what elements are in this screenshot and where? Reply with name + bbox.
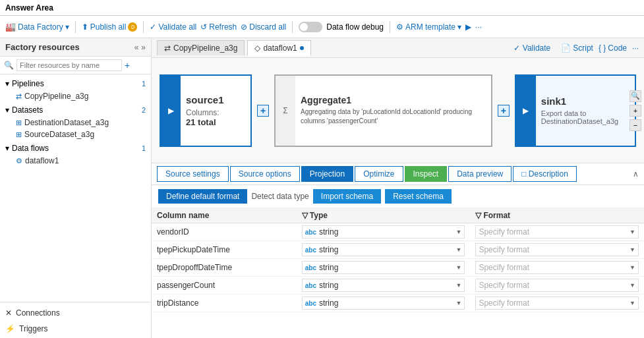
publish-badge: 0 (128, 22, 137, 32)
search-icon: 🔍 (4, 61, 14, 70)
cell-type[interactable]: abc string ▼ (297, 295, 471, 312)
tab-optimize[interactable]: Optimize (355, 166, 403, 182)
define-default-format-button[interactable]: Define default format (158, 189, 247, 204)
zoom-out-button[interactable]: − (629, 119, 641, 131)
add-source-button[interactable]: + (257, 105, 269, 117)
source1-node[interactable]: ▶ source1 Columns: 21 total (160, 74, 252, 147)
tab-copypipeline[interactable]: ⇄ CopyPipeline_a3g (157, 40, 245, 55)
connections-label: Connections (16, 308, 60, 318)
tab-source-settings[interactable]: Source settings (157, 166, 229, 182)
bottom-tabs: Source settings Source options Projectio… (152, 163, 644, 185)
type-value: string (319, 227, 338, 237)
cell-type[interactable]: abc string ▼ (297, 259, 471, 277)
sidebar-icons: « » (134, 43, 146, 52)
sidebar-collapse-icon[interactable]: « (134, 43, 139, 52)
type-dropdown[interactable]: abc string ▼ (302, 261, 465, 274)
type-dropdown[interactable]: abc string ▼ (302, 225, 465, 239)
add-resource-button[interactable]: + (125, 60, 130, 70)
source1-columns-label: Columns: (186, 108, 220, 117)
cell-format[interactable]: Specify format ▼ (470, 223, 644, 241)
debug-toggle[interactable] (299, 22, 322, 32)
more-button[interactable]: ··· (475, 22, 482, 32)
sidebar-content: ▾ Pipelines 1 ⇄ CopyPipeline_a3g ▾ Datas… (0, 74, 151, 302)
cell-format[interactable]: Specify format ▼ (470, 277, 644, 295)
tab-source-options[interactable]: Source options (230, 166, 300, 182)
cell-name: vendorID (152, 223, 297, 241)
format-value: Specify format (479, 245, 529, 254)
sidebar-bottom: ✕ Connections ⚡ Triggers (0, 302, 151, 338)
format-dropdown[interactable]: Specify format ▼ (475, 279, 639, 292)
format-dropdown[interactable]: Specify format ▼ (475, 225, 639, 239)
tab-projection[interactable]: Projection (301, 166, 353, 182)
sidebar-item-source-dataset[interactable]: ⊞ SourceDataset_a3g (0, 128, 151, 140)
script-button[interactable]: 📄 Script (561, 41, 593, 55)
dataflows-header[interactable]: ▾ Data flows 1 (0, 142, 151, 155)
detect-data-type-label[interactable]: Detect data type (251, 192, 308, 201)
refresh-button[interactable]: ↺ Refresh (200, 22, 237, 32)
data-factory-label: Data Factory (18, 22, 63, 32)
type-dropdown[interactable]: abc string ▼ (302, 243, 465, 256)
discard-button[interactable]: ⊘ Discard all (241, 22, 286, 32)
datasets-header[interactable]: ▾ Datasets 2 (0, 103, 151, 117)
validate-button[interactable]: ✓ Validate (508, 41, 556, 55)
triggers-item[interactable]: ⚡ Triggers (0, 321, 151, 337)
pipelines-header[interactable]: ▾ Pipelines 1 (0, 77, 151, 90)
source-dataset-label: SourceDataset_a3g (24, 130, 94, 139)
col-header-format: ▽ Format (470, 208, 644, 223)
tab-description[interactable]: □ Description (513, 166, 577, 182)
zoom-search-button[interactable]: 🔍 (629, 90, 641, 102)
source-icon: ▶ (168, 106, 174, 115)
chevron-down-icon: ▾ (5, 144, 9, 153)
datasets-label: Datasets (12, 105, 43, 115)
format-dropdown[interactable]: Specify format ▼ (475, 261, 639, 274)
zoom-in-button[interactable]: + (629, 105, 641, 117)
schema-table-container: Column name ▽ Type ▽ (152, 208, 644, 338)
validate-all-button[interactable]: ✓ Validate all (150, 22, 196, 32)
cell-type[interactable]: abc string ▼ (297, 277, 471, 295)
cell-type[interactable]: abc string ▼ (297, 241, 471, 259)
data-factory-menu[interactable]: 🏭 Data Factory ▾ (5, 22, 69, 32)
connections-item[interactable]: ✕ Connections (0, 305, 151, 321)
cell-name: tpepDropoffDateTime (152, 259, 297, 277)
format-dropdown[interactable]: Specify format ▼ (475, 243, 639, 256)
type-dropdown[interactable]: abc string ▼ (302, 279, 465, 292)
sidebar-item-dest-dataset[interactable]: ⊞ DestinationDataset_a3g (0, 117, 151, 128)
cell-format[interactable]: Specify format ▼ (470, 295, 644, 312)
tab-data-preview[interactable]: Data preview (448, 166, 512, 182)
sink1-title: sink1 (541, 96, 629, 107)
arm-template-button[interactable]: ⚙ ARM template ▾ (396, 22, 461, 32)
play-button[interactable]: ▶ (465, 22, 471, 32)
sidebar-item-copypipeline[interactable]: ⇄ CopyPipeline_a3g (0, 90, 151, 102)
datasets-count: 2 (142, 106, 146, 114)
type-dropdown-arrow: ▼ (455, 246, 461, 253)
ellipsis-icon: ··· (475, 22, 482, 32)
checkmark-icon: ✓ (150, 22, 156, 32)
reset-schema-button[interactable]: Reset schema (385, 189, 452, 204)
search-input[interactable] (16, 59, 122, 71)
sidebar-expand-icon[interactable]: » (141, 43, 146, 52)
sidebar-item-dataflow1[interactable]: ⚙ dataflow1 (0, 155, 151, 167)
type-filter-icon: ▽ (302, 211, 308, 220)
type-dropdown[interactable]: abc string ▼ (302, 296, 465, 310)
aggregate1-node[interactable]: Σ Aggregate1 Aggregating data by 'puLoca… (274, 74, 492, 147)
tab-inspect[interactable]: Inspect (405, 166, 448, 182)
col-header-name: Column name (152, 208, 297, 223)
cell-format[interactable]: Specify format ▼ (470, 241, 644, 259)
format-dropdown-arrow: ▼ (629, 282, 635, 289)
type-dropdown-arrow: ▼ (455, 300, 461, 306)
more-canvas-button[interactable]: ··· (632, 41, 639, 55)
add-aggregate-button[interactable]: + (498, 105, 510, 117)
publish-button[interactable]: ⬆ Publish all 0 (82, 22, 138, 32)
col-header-type: ▽ Type (297, 208, 471, 223)
cell-format[interactable]: Specify format ▼ (470, 259, 644, 277)
import-schema-button[interactable]: Import schema (313, 189, 381, 204)
format-dropdown[interactable]: Specify format ▼ (475, 296, 639, 310)
col-type-label: Type (310, 211, 328, 220)
cell-type[interactable]: abc string ▼ (297, 223, 471, 241)
tab-dataflow1[interactable]: ◇ dataflow1 (247, 40, 310, 56)
code-button[interactable]: { } Code (599, 41, 627, 55)
format-value: Specify format (479, 298, 529, 308)
sink1-node[interactable]: ▶ sink1 Export data to DestinationDatase… (515, 74, 636, 147)
pipelines-label: Pipelines (12, 79, 44, 88)
collapse-panel-icon[interactable]: ∧ (633, 169, 639, 179)
